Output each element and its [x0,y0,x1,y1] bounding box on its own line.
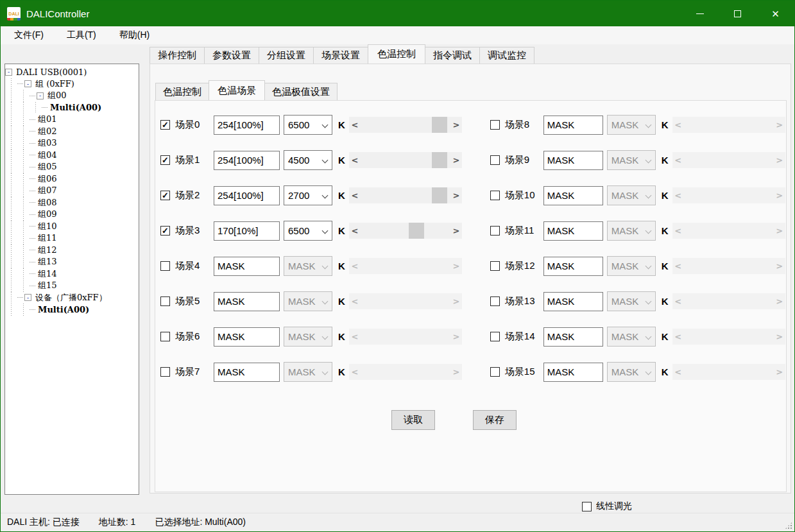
scene-5-level-input[interactable] [214,292,280,311]
tab-command-debug[interactable]: 指令调试 [425,47,480,64]
tree-collapse-icon[interactable]: - [37,92,44,99]
scene-8-level-input[interactable] [543,116,603,135]
tree-collapse-icon[interactable]: - [24,294,31,301]
scroll-left-arrow-icon[interactable]: < [349,223,361,239]
scrollbar-thumb[interactable] [432,152,447,168]
tab-parameter-settings[interactable]: 参数设置 [204,47,259,64]
scene-6-level-input[interactable] [214,327,280,347]
save-button[interactable]: 保存 [473,410,517,430]
scene-1-level-input[interactable] [214,151,280,170]
tab-cct-control[interactable]: 色温控制 [368,44,425,64]
scroll-right-arrow-icon[interactable]: > [450,117,462,133]
scene-5-checkbox[interactable] [160,296,170,306]
scroll-left-arrow-icon[interactable]: < [349,152,361,168]
scene-10-level-input[interactable] [543,186,603,205]
tree-item-19[interactable]: -设备（广播0xFF） [5,292,139,304]
tree-item-18[interactable]: 组15 [5,280,139,292]
minimize-button[interactable] [681,1,719,26]
tree-item-4[interactable]: 组01 [5,114,139,126]
scroll-right-arrow-icon[interactable]: > [450,152,462,168]
tree-item-2[interactable]: -组00 [5,90,139,102]
tree-collapse-icon[interactable]: - [24,80,31,87]
tab-operation-control[interactable]: 操作控制 [150,47,205,64]
scrollbar-thumb[interactable] [409,223,424,239]
scene-6-checkbox[interactable] [160,332,170,341]
scene-0-level-input[interactable] [214,116,280,135]
subtab-cct-scene[interactable]: 色温场景 [209,80,265,100]
scene-9-level-input[interactable] [543,151,603,170]
subtab-cct-limit-settings[interactable]: 色温极值设置 [264,83,338,100]
scroll-left-arrow-icon[interactable]: < [349,187,361,203]
scene-14-level-input[interactable] [543,327,603,347]
scroll-left-arrow-icon[interactable]: < [349,117,361,133]
scene-7-checkbox[interactable] [160,367,170,377]
menu-item-tools[interactable]: 工具(T) [60,28,103,43]
scene-0-level-scrollbar[interactable]: <> [349,117,462,133]
scene-15-checkbox[interactable] [490,367,500,377]
tree-item-0[interactable]: -DALI USB(0001) [5,66,139,78]
scene-0-cct-select[interactable]: 6500 [284,115,332,135]
tree-item-9[interactable]: 组06 [5,173,139,185]
tree-item-13[interactable]: 组10 [5,221,139,233]
scrollbar-track[interactable] [361,152,450,168]
scene-3-checkbox[interactable]: ✓ [160,226,170,236]
tree-item-7[interactable]: 组04 [5,150,139,162]
scene-10-checkbox[interactable] [490,191,500,200]
scene-7-level-input[interactable] [214,363,280,382]
scene-12-level-input[interactable] [543,257,603,276]
tab-grouping-settings[interactable]: 分组设置 [259,47,314,64]
scroll-right-arrow-icon[interactable]: > [450,187,462,203]
scene-4-checkbox[interactable] [160,261,170,271]
tree-item-15[interactable]: 组12 [5,245,139,257]
scene-11-checkbox[interactable] [490,226,500,236]
tree-item-8[interactable]: 组05 [5,161,139,173]
scene-4-level-input[interactable] [214,257,280,276]
tree-item-1[interactable]: -组 (0xFF) [5,78,139,90]
scene-9-checkbox[interactable] [490,155,500,165]
tree-item-10[interactable]: 组07 [5,185,139,197]
scene-2-level-scrollbar[interactable]: <> [349,187,462,203]
scrollbar-thumb[interactable] [432,117,447,133]
tree-item-6[interactable]: 组03 [5,137,139,150]
tree-item-14[interactable]: 组11 [5,232,139,245]
scrollbar-thumb[interactable] [432,187,447,203]
tree-item-12[interactable]: 组09 [5,209,139,221]
close-button[interactable]: ✕ [757,1,794,26]
scene-13-checkbox[interactable] [490,296,500,306]
linear-dimming-checkbox[interactable] [582,502,592,511]
menu-item-file[interactable]: 文件(F) [7,28,51,43]
tree-item-5[interactable]: 组02 [5,126,139,138]
maximize-button[interactable] [719,1,757,26]
scrollbar-track[interactable] [361,117,450,133]
tree-item-17[interactable]: 组14 [5,268,139,280]
scene-3-level-input[interactable] [214,221,280,241]
scene-11-level-input[interactable] [543,221,603,241]
menu-item-help[interactable]: 帮助(H) [112,28,157,43]
tab-debug-monitor[interactable]: 调试监控 [479,47,534,64]
scene-15-level-input[interactable] [543,363,603,382]
scene-1-level-scrollbar[interactable]: <> [349,152,462,168]
scene-8-checkbox[interactable] [490,120,500,130]
read-button[interactable]: 读取 [391,410,435,430]
scroll-right-arrow-icon[interactable]: > [450,223,462,239]
tree-item-3[interactable]: Multi(A00) [5,102,139,114]
scene-12-checkbox[interactable] [490,261,500,271]
scene-13-level-input[interactable] [543,292,603,311]
subtab-cct-control[interactable]: 色温控制 [155,83,209,100]
resize-grip-icon[interactable] [785,522,792,529]
tree-item-20[interactable]: Multi(A00) [5,304,139,316]
tab-scene-settings[interactable]: 场景设置 [313,47,368,64]
scene-2-cct-select[interactable]: 2700 [284,185,332,205]
scene-14-checkbox[interactable] [490,332,500,341]
scene-2-level-input[interactable] [214,186,280,205]
scrollbar-track[interactable] [361,223,450,239]
scene-2-checkbox[interactable]: ✓ [160,191,170,200]
tree-item-11[interactable]: 组08 [5,197,139,209]
scene-0-checkbox[interactable]: ✓ [160,120,170,130]
tree-item-16[interactable]: 组13 [5,256,139,268]
scene-3-level-scrollbar[interactable]: <> [349,223,462,239]
scrollbar-track[interactable] [361,187,450,203]
scene-1-checkbox[interactable]: ✓ [160,155,170,165]
scene-3-cct-select[interactable]: 6500 [284,221,332,241]
tree-collapse-icon[interactable]: - [5,69,12,76]
